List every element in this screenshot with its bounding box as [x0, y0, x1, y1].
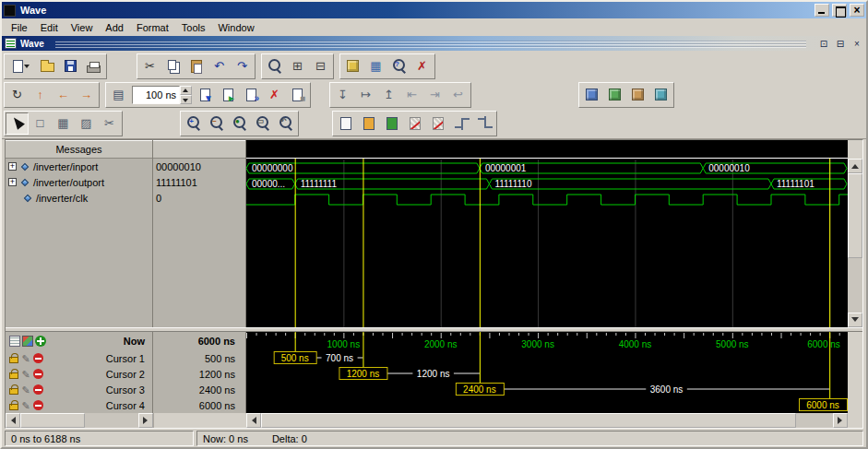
minimize-button[interactable] — [814, 4, 829, 17]
close-button[interactable] — [850, 4, 864, 17]
delete-cursor-icon[interactable] — [33, 400, 43, 410]
expand-icon[interactable] — [8, 162, 17, 171]
find-button[interactable] — [263, 55, 286, 77]
signal-row[interactable]: /inverter/clk — [6, 190, 152, 206]
zoom-range-button[interactable]: ▭ — [251, 112, 274, 135]
scroll-up-button[interactable] — [848, 159, 862, 173]
expand-icon[interactable] — [8, 178, 17, 186]
undo-button[interactable]: ↶ — [208, 55, 231, 77]
menu-format[interactable]: Format — [130, 20, 175, 35]
menu-tools[interactable]: Tools — [175, 20, 212, 35]
break-button[interactable]: ✗ — [263, 84, 286, 106]
add-cursor-button[interactable] — [35, 336, 46, 347]
environment-back-button[interactable]: ← — [52, 84, 75, 106]
show-waveform-pane-button[interactable] — [380, 112, 403, 135]
step-forward-button[interactable]: ⇥ — [423, 84, 446, 106]
view-list-button[interactable] — [603, 84, 626, 106]
zoom-out-button[interactable]: − — [205, 112, 228, 135]
cursor-row[interactable]: ✎Cursor 1500 ns — [6, 350, 246, 366]
collapse-all-button[interactable]: ⊟ — [309, 55, 332, 77]
wave-scrollbar[interactable] — [246, 413, 848, 428]
stop-button[interactable]: ■ — [286, 84, 309, 106]
examine-button[interactable]: ? — [387, 55, 410, 77]
run-all-button[interactable]: » — [240, 84, 263, 106]
menu-view[interactable]: View — [65, 20, 100, 35]
panel-grip[interactable] — [55, 40, 806, 48]
delete-pane-button[interactable] — [403, 112, 426, 135]
cursor-row[interactable]: ✎Cursor 21200 ns — [6, 366, 246, 382]
view-locals-button[interactable] — [649, 84, 672, 106]
delete-cursor-icon[interactable] — [33, 353, 43, 363]
names-scroll-thumb[interactable] — [20, 413, 85, 428]
menu-edit[interactable]: Edit — [34, 20, 65, 35]
wave-scroll-right-button[interactable] — [833, 413, 848, 428]
delete-cursor-icon[interactable] — [33, 369, 43, 379]
run-length-decrement-button[interactable] — [180, 95, 192, 104]
step-into-button[interactable]: ↧ — [331, 84, 354, 106]
panel-dock-button[interactable]: ⊡ — [817, 38, 830, 50]
wave-panel-header[interactable]: Wave ⊡ ⊟ × — [2, 36, 866, 51]
zoom-mode-button[interactable]: □ — [29, 112, 52, 135]
run-length-increment-button[interactable] — [180, 86, 192, 95]
print-button[interactable] — [82, 55, 105, 77]
menu-file[interactable]: File — [5, 20, 34, 35]
names-scrollbar[interactable] — [6, 413, 153, 428]
run-button[interactable]: ▼ — [194, 84, 217, 106]
edit-mode-button[interactable]: ▦ — [52, 112, 75, 135]
signal-row[interactable]: /inverter/inport — [6, 159, 152, 174]
environment-forward-button[interactable]: → — [75, 84, 98, 106]
timeline-canvas[interactable]: 1000 ns2000 ns3000 ns4000 ns5000 ns6000 … — [246, 332, 848, 413]
new-button[interactable] — [6, 55, 36, 77]
quit-simulation-button[interactable]: ✗ — [410, 55, 434, 77]
menu-window[interactable]: Window — [211, 20, 260, 35]
run-length-input[interactable] — [132, 86, 180, 104]
names-scroll-left-button[interactable] — [6, 413, 20, 428]
delete-all-button[interactable] — [426, 112, 449, 135]
step-back-button[interactable]: ⇤ — [400, 84, 423, 106]
simulate-button[interactable] — [341, 55, 364, 77]
edit-cursor-icon[interactable]: ✎ — [20, 369, 31, 380]
show-names-pane-button[interactable] — [334, 112, 357, 135]
lock-cursor-icon[interactable] — [9, 357, 18, 363]
save-button[interactable] — [59, 55, 82, 77]
vscroll-track[interactable] — [848, 173, 862, 313]
panel-expand-button[interactable]: ⊟ — [834, 38, 847, 50]
zoom-last-button[interactable]: ↶ — [274, 112, 297, 135]
vertical-scrollbar[interactable] — [848, 140, 862, 327]
select-mode-button[interactable] — [6, 112, 29, 135]
cut-button[interactable]: ✂ — [138, 55, 161, 77]
timeline-settings-icon[interactable] — [9, 336, 20, 347]
names-scroll-right-button[interactable] — [138, 413, 153, 428]
redo-button[interactable]: ↷ — [231, 55, 254, 77]
view-memory-button[interactable]: ▦ — [364, 55, 387, 77]
edit-cursor-icon[interactable]: ✎ — [20, 353, 31, 364]
step-over-button[interactable]: ↦ — [354, 84, 377, 106]
lock-cursor-icon[interactable] — [9, 404, 18, 410]
environment-up-button[interactable]: ↑ — [29, 84, 52, 106]
signal-row[interactable]: /inverter/outport — [6, 174, 152, 190]
view-dataflow-button[interactable] — [580, 84, 603, 106]
signal-list-button[interactable]: ▤ — [107, 84, 130, 106]
wave-scroll-thumb[interactable] — [261, 413, 796, 428]
vscroll-thumb[interactable] — [848, 173, 862, 258]
show-values-pane-button[interactable] — [357, 112, 380, 135]
wave-scroll-track[interactable] — [261, 413, 833, 428]
delete-cursor-icon[interactable] — [33, 384, 43, 395]
messages-header[interactable]: Messages — [6, 140, 152, 159]
cursor-row[interactable]: ✎Cursor 32400 ns — [6, 382, 246, 397]
menu-add[interactable]: Add — [99, 20, 130, 35]
open-button[interactable] — [36, 55, 59, 77]
find-falling-edge-button[interactable] — [472, 112, 495, 135]
copy-button[interactable] — [161, 55, 184, 77]
stretch-edge-button[interactable]: ▨ — [75, 112, 98, 135]
title-bar[interactable]: Wave — [2, 2, 866, 18]
wave-preferences-icon[interactable] — [22, 336, 33, 347]
expand-all-button[interactable]: ⊞ — [286, 55, 309, 77]
find-rising-edge-button[interactable] — [449, 112, 472, 135]
paste-button[interactable] — [184, 55, 208, 77]
cursor-row[interactable]: ✎Cursor 46000 ns — [6, 397, 246, 413]
cut-signal-button[interactable]: ✂ — [98, 112, 121, 135]
edit-cursor-icon[interactable]: ✎ — [20, 400, 31, 411]
lock-cursor-icon[interactable] — [9, 372, 18, 379]
lock-cursor-icon[interactable] — [9, 388, 18, 395]
